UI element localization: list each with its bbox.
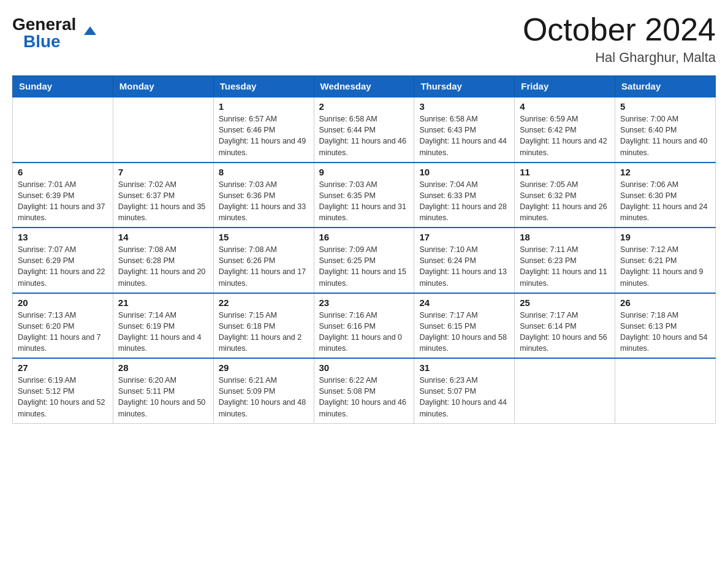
- calendar-cell: 10Sunrise: 7:04 AMSunset: 6:33 PMDayligh…: [414, 163, 515, 228]
- calendar-cell: 14Sunrise: 7:08 AMSunset: 6:28 PMDayligh…: [113, 228, 213, 293]
- day-detail: Sunrise: 6:59 AMSunset: 6:42 PMDaylight:…: [520, 113, 610, 158]
- calendar-cell: 1Sunrise: 6:57 AMSunset: 6:46 PMDaylight…: [213, 97, 314, 163]
- week-row-3: 13Sunrise: 7:07 AMSunset: 6:29 PMDayligh…: [13, 228, 716, 293]
- calendar-cell: 25Sunrise: 7:17 AMSunset: 6:14 PMDayligh…: [515, 293, 615, 359]
- calendar-header-monday: Monday: [113, 76, 213, 98]
- month-year-title: October 2024: [523, 12, 716, 47]
- day-number: 5: [620, 101, 710, 112]
- calendar-cell: 31Sunrise: 6:23 AMSunset: 5:07 PMDayligh…: [414, 358, 515, 423]
- day-number: 11: [520, 167, 610, 177]
- day-number: 25: [520, 297, 610, 308]
- calendar-cell: 22Sunrise: 7:15 AMSunset: 6:18 PMDayligh…: [213, 293, 314, 359]
- day-number: 30: [319, 362, 409, 373]
- calendar-cell: [113, 97, 213, 163]
- day-detail: Sunrise: 7:15 AMSunset: 6:18 PMDaylight:…: [219, 310, 309, 354]
- day-number: 29: [219, 362, 309, 373]
- day-detail: Sunrise: 6:23 AMSunset: 5:07 PMDaylight:…: [419, 375, 509, 419]
- day-number: 9: [319, 167, 409, 177]
- title-block: October 2024 Hal Gharghur, Malta: [523, 12, 716, 66]
- week-row-4: 20Sunrise: 7:13 AMSunset: 6:20 PMDayligh…: [13, 293, 716, 359]
- calendar-header-row: SundayMondayTuesdayWednesdayThursdayFrid…: [13, 76, 716, 98]
- day-number: 16: [319, 232, 409, 242]
- calendar-cell: 11Sunrise: 7:05 AMSunset: 6:32 PMDayligh…: [515, 163, 615, 228]
- day-number: 17: [419, 232, 509, 242]
- week-row-2: 6Sunrise: 7:01 AMSunset: 6:39 PMDaylight…: [13, 163, 716, 228]
- calendar-cell: 29Sunrise: 6:21 AMSunset: 5:09 PMDayligh…: [213, 358, 314, 423]
- calendar-header-saturday: Saturday: [615, 76, 716, 98]
- calendar-cell: [515, 358, 615, 423]
- day-detail: Sunrise: 7:06 AMSunset: 6:30 PMDaylight:…: [620, 179, 710, 224]
- day-number: 19: [620, 232, 710, 242]
- day-number: 7: [118, 167, 208, 177]
- calendar-cell: 21Sunrise: 7:14 AMSunset: 6:19 PMDayligh…: [113, 293, 213, 359]
- day-detail: Sunrise: 6:57 AMSunset: 6:46 PMDaylight:…: [219, 113, 309, 158]
- calendar-cell: [615, 358, 716, 423]
- calendar-header-thursday: Thursday: [414, 76, 515, 98]
- day-number: 31: [419, 362, 509, 373]
- day-detail: Sunrise: 7:07 AMSunset: 6:29 PMDaylight:…: [18, 244, 108, 289]
- day-number: 8: [219, 167, 309, 177]
- day-detail: Sunrise: 7:14 AMSunset: 6:19 PMDaylight:…: [118, 310, 208, 354]
- calendar-cell: 3Sunrise: 6:58 AMSunset: 6:43 PMDaylight…: [414, 97, 515, 163]
- page-header: General Blue October 2024 Hal Gharghur, …: [12, 12, 716, 66]
- calendar-cell: 2Sunrise: 6:58 AMSunset: 6:44 PMDaylight…: [314, 97, 414, 163]
- calendar-cell: 15Sunrise: 7:08 AMSunset: 6:26 PMDayligh…: [213, 228, 314, 293]
- day-number: 3: [419, 101, 509, 112]
- day-detail: Sunrise: 7:18 AMSunset: 6:13 PMDaylight:…: [620, 310, 710, 354]
- calendar-cell: 9Sunrise: 7:03 AMSunset: 6:35 PMDaylight…: [314, 163, 414, 228]
- day-detail: Sunrise: 7:08 AMSunset: 6:26 PMDaylight:…: [219, 244, 309, 289]
- day-detail: Sunrise: 7:16 AMSunset: 6:16 PMDaylight:…: [319, 310, 409, 354]
- day-number: 23: [319, 297, 409, 308]
- day-detail: Sunrise: 7:03 AMSunset: 6:36 PMDaylight:…: [219, 179, 309, 224]
- calendar-cell: 27Sunrise: 6:19 AMSunset: 5:12 PMDayligh…: [13, 358, 113, 423]
- calendar-cell: 8Sunrise: 7:03 AMSunset: 6:36 PMDaylight…: [213, 163, 314, 228]
- calendar-cell: 12Sunrise: 7:06 AMSunset: 6:30 PMDayligh…: [615, 163, 716, 228]
- calendar-cell: 6Sunrise: 7:01 AMSunset: 6:39 PMDaylight…: [13, 163, 113, 228]
- day-detail: Sunrise: 7:08 AMSunset: 6:28 PMDaylight:…: [118, 244, 208, 289]
- day-number: 24: [419, 297, 509, 308]
- logo: General Blue: [12, 12, 84, 52]
- day-number: 22: [219, 297, 309, 308]
- day-number: 4: [520, 101, 610, 112]
- day-number: 15: [219, 232, 309, 242]
- calendar-header-wednesday: Wednesday: [314, 76, 414, 98]
- calendar-header-tuesday: Tuesday: [213, 76, 314, 98]
- calendar-cell: 13Sunrise: 7:07 AMSunset: 6:29 PMDayligh…: [13, 228, 113, 293]
- day-detail: Sunrise: 7:02 AMSunset: 6:37 PMDaylight:…: [118, 179, 208, 224]
- calendar-header-sunday: Sunday: [13, 76, 113, 98]
- day-detail: Sunrise: 7:00 AMSunset: 6:40 PMDaylight:…: [620, 113, 710, 158]
- calendar-cell: 19Sunrise: 7:12 AMSunset: 6:21 PMDayligh…: [615, 228, 716, 293]
- day-detail: Sunrise: 6:21 AMSunset: 5:09 PMDaylight:…: [219, 375, 309, 419]
- location-subtitle: Hal Gharghur, Malta: [523, 50, 716, 66]
- day-detail: Sunrise: 7:01 AMSunset: 6:39 PMDaylight:…: [18, 179, 108, 224]
- calendar-header-friday: Friday: [515, 76, 615, 98]
- day-detail: Sunrise: 7:10 AMSunset: 6:24 PMDaylight:…: [419, 244, 509, 289]
- day-number: 2: [319, 101, 409, 112]
- calendar-cell: 17Sunrise: 7:10 AMSunset: 6:24 PMDayligh…: [414, 228, 515, 293]
- calendar-cell: [13, 97, 113, 163]
- day-number: 6: [18, 167, 108, 177]
- day-detail: Sunrise: 7:05 AMSunset: 6:32 PMDaylight:…: [520, 179, 610, 224]
- calendar-cell: 5Sunrise: 7:00 AMSunset: 6:40 PMDaylight…: [615, 97, 716, 163]
- day-detail: Sunrise: 7:03 AMSunset: 6:35 PMDaylight:…: [319, 179, 409, 224]
- day-detail: Sunrise: 7:11 AMSunset: 6:23 PMDaylight:…: [520, 244, 610, 289]
- calendar-table: SundayMondayTuesdayWednesdayThursdayFrid…: [12, 75, 716, 424]
- week-row-1: 1Sunrise: 6:57 AMSunset: 6:46 PMDaylight…: [13, 97, 716, 163]
- day-detail: Sunrise: 7:12 AMSunset: 6:21 PMDaylight:…: [620, 244, 710, 289]
- day-number: 20: [18, 297, 108, 308]
- calendar-cell: 4Sunrise: 6:59 AMSunset: 6:42 PMDaylight…: [515, 97, 615, 163]
- calendar-cell: 30Sunrise: 6:22 AMSunset: 5:08 PMDayligh…: [314, 358, 414, 423]
- calendar-cell: 24Sunrise: 7:17 AMSunset: 6:15 PMDayligh…: [414, 293, 515, 359]
- day-detail: Sunrise: 6:58 AMSunset: 6:44 PMDaylight:…: [319, 113, 409, 158]
- week-row-5: 27Sunrise: 6:19 AMSunset: 5:12 PMDayligh…: [13, 358, 716, 423]
- day-detail: Sunrise: 6:58 AMSunset: 6:43 PMDaylight:…: [419, 113, 509, 158]
- day-number: 1: [219, 101, 309, 112]
- day-number: 13: [18, 232, 108, 242]
- calendar-cell: 16Sunrise: 7:09 AMSunset: 6:25 PMDayligh…: [314, 228, 414, 293]
- calendar-cell: 7Sunrise: 7:02 AMSunset: 6:37 PMDaylight…: [113, 163, 213, 228]
- day-detail: Sunrise: 6:22 AMSunset: 5:08 PMDaylight:…: [319, 375, 409, 419]
- day-detail: Sunrise: 7:13 AMSunset: 6:20 PMDaylight:…: [18, 310, 108, 354]
- day-detail: Sunrise: 7:04 AMSunset: 6:33 PMDaylight:…: [419, 179, 509, 224]
- day-detail: Sunrise: 6:19 AMSunset: 5:12 PMDaylight:…: [18, 375, 108, 419]
- calendar-cell: 20Sunrise: 7:13 AMSunset: 6:20 PMDayligh…: [13, 293, 113, 359]
